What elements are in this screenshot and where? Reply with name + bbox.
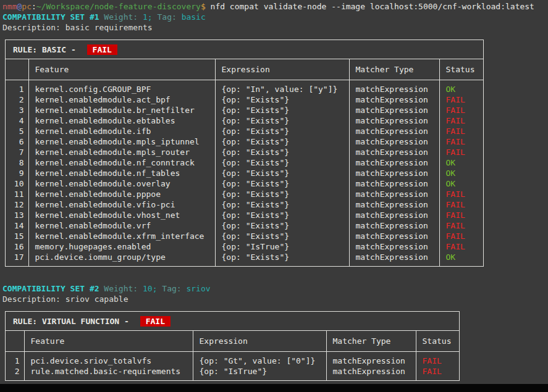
- rule-table-basic: RULE: BASIC - FAIL Feature Expression Ma…: [5, 40, 484, 267]
- col-header-status: Status: [416, 331, 459, 352]
- terminal-window[interactable]: { "colors": { "background": "#3a3a3a", "…: [0, 0, 548, 392]
- row-number: 13: [6, 210, 28, 220]
- row-number: 10: [6, 178, 28, 189]
- status-cell: FAIL: [439, 231, 483, 241]
- row-number: 15: [6, 231, 28, 241]
- status-cell: OK: [439, 80, 483, 95]
- expression-cell: {op: "IsTrue"}: [215, 241, 349, 252]
- table-row: 2kernel.enabledmodule.act_bpf{op: "Exist…: [6, 94, 483, 105]
- status-cell: FAIL: [439, 199, 483, 210]
- col-header-matcher-type: Matcher Type: [326, 331, 416, 352]
- feature-cell: kernel.enabledmodule.nf_conntrack: [28, 157, 215, 168]
- compat-set-2-heading: COMPATIBILITY SET #2 Weight: 10; Tag: sr…: [0, 283, 548, 294]
- status-cell: FAIL: [439, 147, 483, 157]
- status-cell: FAIL: [416, 352, 459, 367]
- col-header-feature: Feature: [28, 59, 215, 80]
- row-number: 4: [6, 115, 28, 126]
- feature-cell: kernel.enabledmodule.pppoe: [28, 189, 215, 199]
- rule-header-basic: RULE: BASIC - FAIL: [6, 40, 483, 59]
- rule-label: RULE: VIRTUAL FUNCTION -: [13, 317, 134, 326]
- feature-cell: kernel.enabledmodule.overlay: [28, 178, 215, 189]
- matcher-type-cell: matchExpression: [349, 94, 439, 105]
- row-number: 7: [6, 147, 28, 157]
- compat-set-1-description: Description: basic requirements: [0, 22, 548, 33]
- status-cell: FAIL: [439, 94, 483, 105]
- matcher-type-cell: matchExpression: [349, 210, 439, 220]
- table-row: 4kernel.enabledmodule.ebtables{op: "Exis…: [6, 115, 483, 126]
- status-cell: FAIL: [439, 115, 483, 126]
- status-cell: FAIL: [439, 189, 483, 199]
- table-row: 15kernel.enabledmodule.xfrm_interface{op…: [6, 231, 483, 241]
- matcher-type-cell: matchExpression: [349, 189, 439, 199]
- expression-cell: {op: "Exists"}: [215, 126, 349, 136]
- expression-cell: {op: "Exists"}: [215, 231, 349, 241]
- table-row: 12kernel.enabledmodule.vfio-pci{op: "Exi…: [6, 199, 483, 210]
- feature-cell: kernel.enabledmodule.ebtables: [28, 115, 215, 126]
- table-row: 8kernel.enabledmodule.nf_conntrack{op: "…: [6, 157, 483, 168]
- row-number: 11: [6, 189, 28, 199]
- col-header-expression: Expression: [215, 59, 349, 80]
- expression-cell: {op: "Exists"}: [215, 157, 349, 168]
- matcher-type-cell: matchExpression: [349, 241, 439, 252]
- row-number: 3: [6, 105, 28, 115]
- col-header-matcher-type: Matcher Type: [349, 59, 439, 80]
- table-row: 11kernel.enabledmodule.pppoe{op: "Exists…: [6, 189, 483, 199]
- table-row: 16memory.hugepages.enabled{op: "IsTrue"}…: [6, 241, 483, 252]
- compat-set-2-title: COMPATIBILITY SET #2: [2, 284, 99, 293]
- rule-status-badge: FAIL: [140, 316, 171, 327]
- tag-label: Tag:: [157, 12, 181, 22]
- shell-prompt-line: nmm@pc:~/Workspace/node-feature-discover…: [0, 0, 548, 12]
- matcher-type-cell: matchExpression: [349, 220, 439, 231]
- status-cell: FAIL: [439, 210, 483, 220]
- expression-cell: {op: "Exists"}: [215, 168, 349, 178]
- status-cell: OK: [439, 178, 483, 189]
- table-row: 6kernel.enabledmodule.mpls_iptunnel{op: …: [6, 136, 483, 147]
- col-header-index: [6, 331, 24, 352]
- prompt-dollar-sign: $: [201, 2, 211, 11]
- status-cell: FAIL: [416, 366, 459, 380]
- table-row: 1pci.device.sriov_totalvfs{op: "Gt", val…: [6, 352, 459, 367]
- table-row: 2rule.matched.basic-requirements{op: "Is…: [6, 366, 459, 380]
- matcher-type-cell: matchExpression: [349, 147, 439, 157]
- matcher-type-cell: matchExpression: [349, 136, 439, 147]
- status-cell: OK: [439, 252, 483, 266]
- table-row: 1kernel.config.CGROUP_BPF{op: "In", valu…: [6, 80, 483, 95]
- expression-cell: {op: "Exists"}: [215, 147, 349, 157]
- prompt-separator: :: [32, 2, 36, 11]
- weight-value: 1;: [143, 12, 157, 22]
- compat-set-1: COMPATIBILITY SET #1 Weight: 1; Tag: bas…: [0, 12, 548, 267]
- expression-cell: {op: "Exists"}: [215, 189, 349, 199]
- row-number: 5: [6, 126, 28, 136]
- col-header-index: [6, 59, 28, 80]
- expression-cell: {op: "Exists"}: [215, 94, 349, 105]
- row-number: 8: [6, 157, 28, 168]
- col-header-status: Status: [439, 59, 483, 80]
- feature-cell: kernel.enabledmodule.xfrm_interface: [28, 231, 215, 241]
- feature-cell: kernel.enabledmodule.nf_tables: [28, 168, 215, 178]
- terminal-bottom-edge: [0, 384, 548, 392]
- row-number: 9: [6, 168, 28, 178]
- matcher-type-cell: matchExpression: [349, 252, 439, 266]
- row-number: 6: [6, 136, 28, 147]
- row-number: 2: [6, 94, 28, 105]
- matcher-type-cell: matchExpression: [349, 199, 439, 210]
- row-number: 1: [6, 352, 24, 367]
- expression-cell: {op: "Gt", value: ["0"]}: [193, 352, 326, 367]
- prompt-hostname: pc: [22, 2, 32, 11]
- table-row: 17pci.device.iommu_group/type{op: "Exist…: [6, 252, 483, 266]
- table-row: 9kernel.enabledmodule.nf_tables{op: "Exi…: [6, 168, 483, 178]
- feature-cell: pci.device.sriov_totalvfs: [24, 352, 193, 367]
- rule-label: RULE: BASIC -: [13, 45, 81, 54]
- feature-cell: rule.matched.basic-requirements: [24, 366, 193, 380]
- status-cell: FAIL: [439, 136, 483, 147]
- matcher-type-cell: matchExpression: [326, 352, 416, 367]
- prompt-cwd-path: ~/Workspace/node-feature-discovery: [36, 2, 201, 11]
- status-cell: FAIL: [439, 105, 483, 115]
- feature-cell: kernel.enabledmodule.vhost_net: [28, 210, 215, 220]
- matcher-type-cell: matchExpression: [326, 366, 416, 380]
- expression-cell: {op: "Exists"}: [215, 115, 349, 126]
- compat-set-1-title: COMPATIBILITY SET #1: [2, 12, 99, 22]
- compat-set-2-description: Description: sriov capable: [0, 294, 548, 304]
- feature-cell: kernel.enabledmodule.ifb: [28, 126, 215, 136]
- weight-label: Weight:: [99, 12, 143, 22]
